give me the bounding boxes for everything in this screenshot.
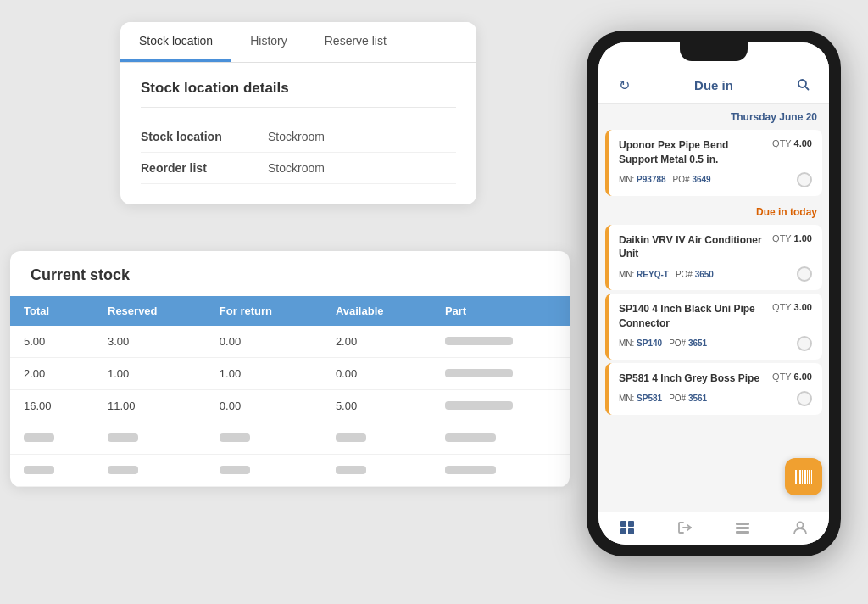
card-body: Stock location details Stock location St…	[120, 63, 476, 204]
barcode-fab[interactable]	[785, 458, 822, 495]
phone-header: ↻ Due in	[598, 66, 829, 104]
due-item-mn: MN: SP581	[619, 394, 662, 403]
table-row: 2.001.001.000.00	[10, 358, 570, 390]
due-item-toggle[interactable]	[797, 336, 812, 351]
refresh-icon[interactable]: ↻	[612, 73, 636, 97]
due-item-po: PO# 3561	[669, 394, 707, 403]
due-item-toggle[interactable]	[797, 172, 812, 187]
search-icon[interactable]	[792, 73, 815, 97]
table-cell: 5.00	[322, 390, 431, 422]
svg-rect-15	[804, 470, 806, 484]
table-cell: 5.00	[10, 326, 94, 358]
table-cell-skeleton	[431, 455, 570, 487]
table-row	[10, 422, 570, 455]
nav-list[interactable]	[714, 519, 771, 536]
col-available: Available	[322, 296, 431, 326]
section-date-header: Thursday June 20	[598, 104, 829, 126]
due-item-name: Uponor Pex Pipe Bend Support Metal 0.5 i…	[619, 138, 765, 167]
svg-rect-3	[628, 521, 634, 527]
due-item-name: Daikin VRV IV Air Conditioner Unit	[619, 233, 765, 262]
table-cell-skeleton	[94, 455, 206, 487]
due-item-po: PO# 3650	[676, 270, 714, 279]
card-title: Stock location details	[141, 80, 456, 108]
svg-rect-4	[620, 528, 626, 534]
nav-home[interactable]	[598, 519, 656, 536]
tab-reserve-list[interactable]: Reserve list	[306, 22, 405, 62]
svg-rect-16	[807, 470, 808, 484]
phone-bottom-nav	[598, 512, 829, 545]
due-item[interactable]: Uponor Pex Pipe Bend Support Metal 0.5 i…	[605, 130, 822, 196]
svg-line-1	[805, 87, 809, 90]
table-cell-skeleton	[10, 455, 94, 487]
col-total: Total	[10, 296, 94, 326]
stock-tbody: 5.003.000.002.002.001.001.000.0016.0011.…	[10, 326, 570, 487]
table-cell: 2.00	[322, 326, 431, 358]
phone-header-title: Due in	[694, 78, 733, 92]
table-cell-part	[431, 326, 570, 358]
svg-rect-5	[628, 528, 634, 534]
barcode-icon	[794, 467, 813, 486]
due-item-toggle[interactable]	[797, 391, 812, 406]
table-cell-skeleton	[206, 455, 322, 487]
due-item-po: PO# 3649	[673, 175, 711, 184]
tab-stock-location[interactable]: Stock location	[120, 22, 231, 62]
table-cell: 3.00	[94, 326, 206, 358]
phone-frame: ↻ Due in Thursday June 20Uponor Pex Pipe…	[587, 31, 841, 556]
svg-rect-2	[620, 521, 626, 527]
due-item-name: SP140 4 Inch Black Uni Pipe Connector	[619, 302, 765, 331]
svg-rect-9	[736, 531, 749, 534]
nav-out[interactable]	[656, 519, 714, 536]
due-item-mn: MN: P93788	[619, 175, 666, 184]
svg-rect-7	[736, 523, 749, 525]
svg-rect-11	[795, 470, 797, 484]
svg-point-10	[798, 523, 804, 528]
table-row: 16.0011.000.005.00	[10, 390, 570, 422]
stock-title: Current stock	[10, 251, 570, 296]
detail-row-location: Stock location Stockroom	[141, 121, 456, 153]
phone-wrapper: ↻ Due in Thursday June 20Uponor Pex Pipe…	[587, 31, 858, 573]
due-item[interactable]: SP140 4 Inch Black Uni Pipe ConnectorQTY…	[605, 294, 822, 360]
stock-location-card: Stock location History Reserve list Stoc…	[120, 22, 476, 204]
table-cell-skeleton	[206, 422, 322, 455]
nav-profile[interactable]	[771, 519, 829, 536]
svg-rect-17	[809, 470, 810, 484]
due-item-qty: QTY 3.00	[772, 302, 812, 312]
detail-label-location: Stock location	[141, 130, 268, 143]
table-cell: 1.00	[94, 358, 206, 390]
due-item-mn: MN: REYQ-T	[619, 270, 669, 279]
section-due-today-header: Due in today	[598, 199, 829, 221]
current-stock-card: Current stock Total Reserved For return …	[10, 251, 570, 487]
detail-value-location: Stockroom	[268, 130, 325, 143]
due-item-po: PO# 3651	[669, 338, 707, 348]
due-item-toggle[interactable]	[797, 266, 812, 282]
due-item-qty: QTY 1.00	[772, 233, 812, 243]
table-cell-skeleton	[94, 422, 206, 455]
svg-rect-12	[798, 470, 798, 484]
phone-content: Thursday June 20Uponor Pex Pipe Bend Sup…	[598, 104, 829, 512]
phone-notch	[680, 42, 748, 61]
due-item-mn: MN: SP140	[619, 338, 662, 348]
table-row	[10, 455, 570, 487]
due-item[interactable]: Daikin VRV IV Air Conditioner UnitQTY 1.…	[605, 225, 822, 291]
tab-history[interactable]: History	[231, 22, 306, 62]
col-reserved: Reserved	[94, 296, 206, 326]
due-item-qty: QTY 6.00	[772, 372, 812, 382]
table-cell: 0.00	[206, 390, 322, 422]
scene: Stock location History Reserve list Stoc…	[10, 14, 858, 590]
svg-rect-14	[802, 470, 803, 484]
table-cell-skeleton	[431, 422, 570, 455]
table-cell-skeleton	[10, 422, 94, 455]
table-cell-skeleton	[322, 455, 431, 487]
table-cell: 0.00	[322, 358, 431, 390]
table-cell: 11.00	[94, 390, 206, 422]
svg-rect-8	[736, 527, 749, 529]
detail-row-reorder: Reorder list Stockroom	[141, 153, 456, 184]
table-row: 5.003.000.002.00	[10, 326, 570, 358]
table-cell: 16.00	[10, 390, 94, 422]
detail-label-reorder: Reorder list	[141, 161, 268, 175]
table-cell-part	[431, 358, 570, 390]
due-item-qty: QTY 4.00	[772, 138, 812, 148]
stock-table: Total Reserved For return Available Part…	[10, 296, 570, 487]
table-header-row: Total Reserved For return Available Part	[10, 296, 570, 326]
due-item[interactable]: SP581 4 Inch Grey Boss PipeQTY 6.00MN: S…	[605, 363, 822, 415]
